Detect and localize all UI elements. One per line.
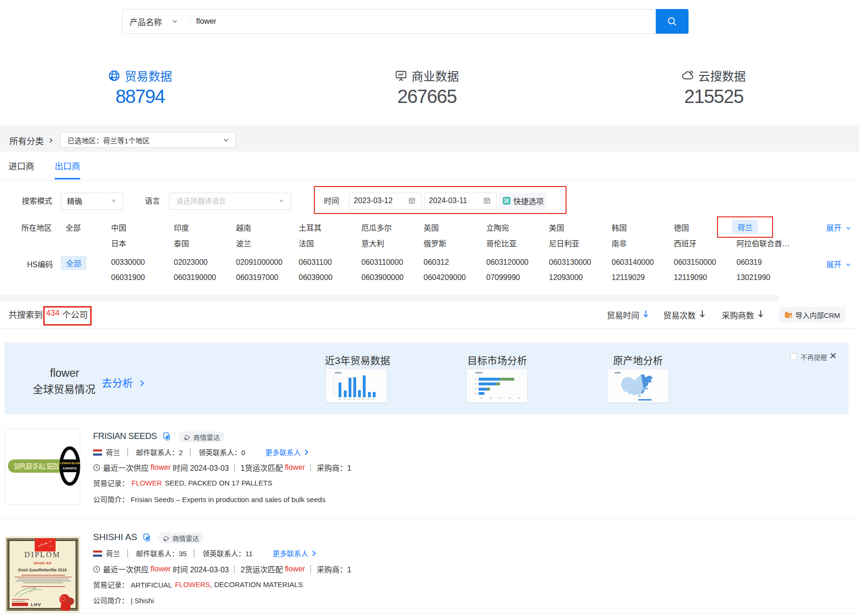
svg-text:FLOWER BLEND: FLOWER BLEND bbox=[59, 461, 80, 465]
svg-text:EXPERTS: EXPERTS bbox=[63, 467, 77, 470]
